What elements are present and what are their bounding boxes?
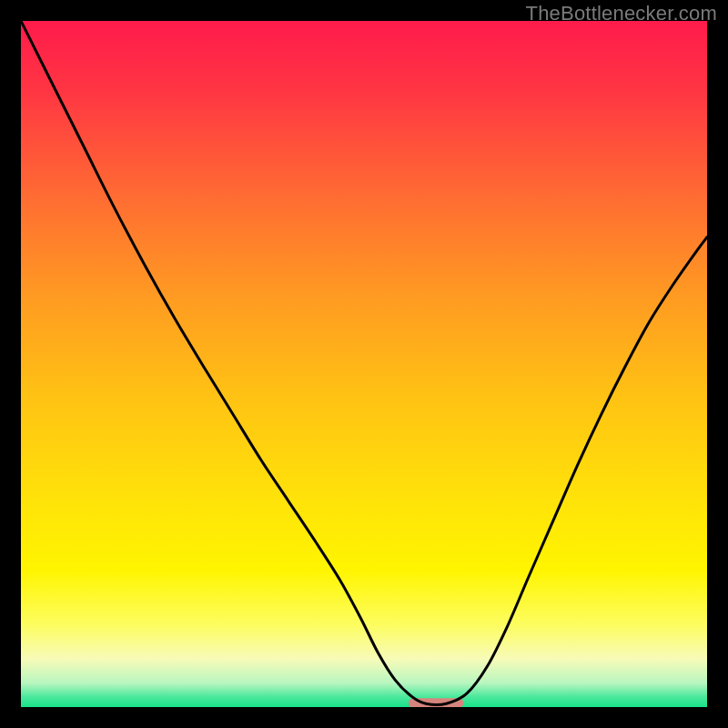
watermark-text: TheBottlenecker.com bbox=[526, 2, 717, 25]
bottleneck-chart bbox=[0, 0, 728, 728]
chart-frame: TheBottlenecker.com bbox=[0, 0, 728, 728]
gradient-background bbox=[21, 21, 707, 707]
